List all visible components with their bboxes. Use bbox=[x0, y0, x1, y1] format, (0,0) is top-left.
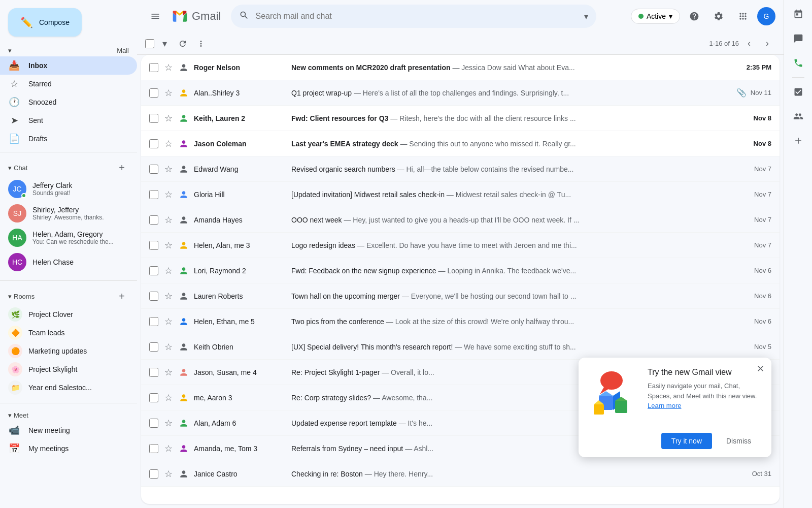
email-checkbox-17[interactable] bbox=[149, 469, 158, 479]
room-item-skylight[interactable]: 🌸 Project Skylight bbox=[0, 360, 137, 378]
email-checkbox-3[interactable] bbox=[149, 114, 158, 123]
star-button-16[interactable]: ☆ bbox=[162, 442, 175, 455]
email-row-2[interactable]: ☆ Alan..Shirley 3 Q1 project wrap-up — H… bbox=[141, 80, 780, 106]
email-checkbox-14[interactable] bbox=[149, 393, 158, 402]
dismiss-button[interactable]: Dismiss bbox=[716, 433, 761, 449]
refresh-button[interactable] bbox=[175, 36, 191, 52]
email-row-4[interactable]: ☆ Jason Coleman Last year's EMEA strateg… bbox=[141, 131, 780, 156]
star-button-11[interactable]: ☆ bbox=[162, 315, 175, 328]
email-row-1[interactable]: ☆ Roger Nelson New comments on MCR2020 d… bbox=[141, 55, 780, 80]
email-checkbox-16[interactable] bbox=[149, 444, 158, 453]
email-checkbox-1[interactable] bbox=[149, 63, 158, 72]
room-item-team-leads[interactable]: 🔶 Team leads bbox=[0, 324, 137, 342]
mail-section-header[interactable]: ▾ Mail bbox=[0, 45, 137, 56]
phone-panel-button[interactable] bbox=[788, 53, 808, 73]
next-page-button[interactable]: › bbox=[759, 36, 775, 52]
more-options-button[interactable] bbox=[193, 36, 209, 52]
chat-name-helen-chase: Helen Chase bbox=[32, 258, 129, 266]
select-dropdown-button[interactable]: ▾ bbox=[156, 36, 173, 52]
calendar-panel-button[interactable] bbox=[788, 4, 808, 24]
star-button-5[interactable]: ☆ bbox=[162, 163, 175, 175]
star-button-12[interactable]: ☆ bbox=[162, 341, 175, 353]
star-button-6[interactable]: ☆ bbox=[162, 188, 175, 201]
email-row-17[interactable]: ☆ Janice Castro Checking in re: Boston —… bbox=[141, 461, 780, 487]
active-dropdown-icon: ▾ bbox=[669, 12, 672, 20]
people-panel-button[interactable] bbox=[788, 106, 808, 126]
chat-item-helen-adam[interactable]: HA Helen, Adam, Gregory You: Can we resc… bbox=[0, 226, 137, 250]
email-checkbox-15[interactable] bbox=[149, 419, 158, 428]
email-row-5[interactable]: ☆ Edward Wang Revised organic search num… bbox=[141, 156, 780, 182]
search-input[interactable] bbox=[255, 12, 578, 21]
star-button-8[interactable]: ☆ bbox=[162, 239, 175, 251]
settings-button[interactable] bbox=[708, 6, 729, 26]
star-button-7[interactable]: ☆ bbox=[162, 214, 175, 226]
email-checkbox-5[interactable] bbox=[149, 165, 158, 174]
help-button[interactable] bbox=[684, 6, 704, 26]
star-button-4[interactable]: ☆ bbox=[162, 138, 175, 150]
right-panel bbox=[784, 0, 812, 508]
popup-learn-more-link[interactable]: Learn more bbox=[648, 402, 681, 409]
chat-panel-button[interactable] bbox=[788, 28, 808, 49]
star-button-17[interactable]: ☆ bbox=[162, 468, 175, 480]
email-checkbox-12[interactable] bbox=[149, 342, 158, 352]
star-button-3[interactable]: ☆ bbox=[162, 112, 175, 124]
meet-item-my[interactable]: 📅 My meetings bbox=[0, 439, 137, 458]
email-row-11[interactable]: ☆ Helen, Ethan, me 5 Two pics from the c… bbox=[141, 309, 780, 334]
room-item-year-end[interactable]: 📁 Year end Salestoc... bbox=[0, 378, 137, 397]
email-row-12[interactable]: ☆ Keith Obrien [UX] Special delivery! Th… bbox=[141, 334, 780, 360]
email-subject-3: Fwd: Client resources for Q3 — Ritesh, h… bbox=[291, 114, 748, 122]
snooze-icon: 🕐 bbox=[8, 97, 20, 108]
compose-button[interactable]: ✏️ Compose bbox=[8, 8, 82, 37]
email-checkbox-7[interactable] bbox=[149, 215, 158, 225]
sidebar-item-sent[interactable]: ➤ Sent bbox=[0, 111, 137, 130]
tasks-panel-button[interactable] bbox=[788, 82, 808, 102]
popup-close-button[interactable]: ✕ bbox=[753, 362, 767, 376]
menu-button[interactable] bbox=[145, 6, 165, 26]
email-checkbox-2[interactable] bbox=[149, 88, 158, 98]
email-sender-14: me, Aaron 3 bbox=[194, 394, 285, 402]
email-checkbox-11[interactable] bbox=[149, 317, 158, 326]
email-row-3[interactable]: ☆ Keith, Lauren 2 Fwd: Client resources … bbox=[141, 106, 780, 131]
sidebar-item-snoozed[interactable]: 🕐 Snoozed bbox=[0, 93, 137, 111]
star-button-9[interactable]: ☆ bbox=[162, 265, 175, 277]
email-row-6[interactable]: ☆ Gloria Hill [Updated invitation] Midwe… bbox=[141, 182, 780, 207]
user-avatar[interactable]: G bbox=[757, 7, 775, 25]
email-checkbox-4[interactable] bbox=[149, 139, 158, 148]
email-checkbox-9[interactable] bbox=[149, 266, 158, 275]
room-item-marketing[interactable]: 🟠 Marketing updates bbox=[0, 342, 137, 360]
try-now-button[interactable]: Try it now bbox=[661, 433, 712, 449]
prev-page-button[interactable]: ‹ bbox=[741, 36, 757, 52]
star-button-2[interactable]: ☆ bbox=[162, 87, 175, 99]
sidebar-item-drafts[interactable]: 📄 Drafts bbox=[0, 130, 137, 148]
star-button-14[interactable]: ☆ bbox=[162, 392, 175, 404]
email-checkbox-6[interactable] bbox=[149, 190, 158, 199]
email-row-8[interactable]: ☆ Helen, Alan, me 3 Logo redesign ideas … bbox=[141, 233, 780, 258]
meet-item-new[interactable]: 📹 New meeting bbox=[0, 421, 137, 439]
star-button-1[interactable]: ☆ bbox=[162, 61, 175, 74]
email-checkbox-8[interactable] bbox=[149, 241, 158, 250]
chat-item-jeffery[interactable]: JC Jeffery Clark Sounds great! bbox=[0, 177, 137, 201]
email-sender-10: Lauren Roberts bbox=[194, 292, 285, 300]
rooms-section-label: Rooms bbox=[14, 293, 35, 300]
star-button-10[interactable]: ☆ bbox=[162, 290, 175, 302]
add-chat-button[interactable]: + bbox=[115, 161, 129, 175]
chat-item-helen-chase[interactable]: HC Helen Chase bbox=[0, 250, 137, 274]
room-item-project-clover[interactable]: 🌿 Project Clover bbox=[0, 305, 137, 324]
search-dropdown-icon[interactable]: ▾ bbox=[584, 12, 588, 21]
select-all-checkbox[interactable] bbox=[145, 39, 154, 48]
sidebar-item-starred[interactable]: ☆ Starred bbox=[0, 75, 137, 93]
email-checkbox-10[interactable] bbox=[149, 292, 158, 301]
active-status-button[interactable]: Active ▾ bbox=[631, 9, 680, 24]
email-row-10[interactable]: ☆ Lauren Roberts Town hall on the upcomi… bbox=[141, 283, 780, 309]
email-row-9[interactable]: ☆ Lori, Raymond 2 Fwd: Feedback on the n… bbox=[141, 258, 780, 283]
star-button-13[interactable]: ☆ bbox=[162, 366, 175, 378]
email-row-7[interactable]: ☆ Amanda Hayes OOO next week — Hey, just… bbox=[141, 207, 780, 233]
sidebar-item-inbox[interactable]: 📥 Inbox bbox=[0, 56, 137, 75]
add-room-button[interactable]: + bbox=[115, 289, 129, 303]
add-panel-button[interactable] bbox=[788, 131, 808, 151]
chat-item-shirley[interactable]: SJ Shirley, Jeffery Shirley: Awesome, th… bbox=[0, 201, 137, 226]
email-subject-17: Checking in re: Boston — Hey there. Henr… bbox=[291, 470, 746, 478]
email-checkbox-13[interactable] bbox=[149, 368, 158, 377]
apps-button[interactable] bbox=[733, 6, 753, 26]
star-button-15[interactable]: ☆ bbox=[162, 417, 175, 429]
